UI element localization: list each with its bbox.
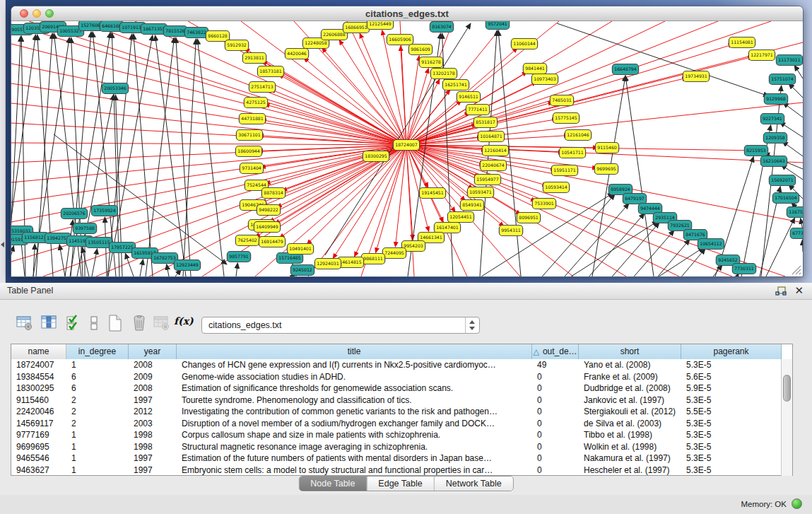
table-row[interactable]: 1830029562008Estimation of significance … [11,382,782,395]
panel-collapse-arrow-icon[interactable] [1,242,4,247]
network-canvas[interactable]: 9055724120355782069140610055327152760626… [11,21,803,276]
delete-table-icon[interactable] [153,314,171,332]
tab-node-table[interactable]: Node Table [299,477,366,491]
sort-ascending-icon: △ [533,347,543,356]
graph-node-label: 9146511 [459,94,478,99]
column-header-pagerank[interactable]: pagerank [681,344,782,359]
table-row[interactable]: 946554611997Estimation of the future num… [11,452,782,465]
graph-node-label: 15751074 [771,76,794,81]
graph-node-label: 7771411 [468,107,488,112]
graph-node-label: 13202178 [433,71,455,76]
combo-arrows-icon [465,317,479,333]
network-window-titlebar[interactable]: citations_edges.txt [11,6,803,21]
column-header-name[interactable]: name [11,344,66,359]
delete-rows-icon[interactable] [130,314,148,332]
table-cell: 18300295 [11,382,66,395]
graph-node-label: 9841441 [525,66,545,71]
graph-node-label: 11568121 [24,235,47,240]
graph-node-label: 15775145 [555,115,577,120]
column-header-label: title [348,346,361,356]
table-select-combo[interactable]: citations_edges.txt [201,317,480,334]
column-header-short[interactable]: short [579,344,681,359]
resize-grip-icon[interactable] [790,264,801,275]
graph-node-label: 15951171 [553,168,576,173]
graph-node-label: 9731404 [242,165,261,170]
graph-node-label: 14661341 [420,235,442,240]
table-header-row: namein_degreeyeartitle△ out_de…shortpage… [11,344,792,359]
graph-node-label: 16251741 [445,82,467,87]
status-bar: Memory: OK [0,495,812,514]
graph-node-label: 12161046 [567,132,589,137]
table-row[interactable]: 1456911722003Disruption of a novel membe… [11,418,782,430]
graph-node-label: 13942757 [47,235,69,240]
graph-node-label: 9474444 [640,206,660,211]
table-cell: 5.9E-5 [681,382,782,395]
graph-node-label: 2935114 [655,215,675,220]
graph-node-label: 16147401 [436,225,459,230]
tab-edge-table[interactable]: Edge Table [366,477,433,491]
table-cell: Investigating the contribution of common… [177,406,532,418]
graph-node-label: 16210643 [763,158,785,163]
table-cell: Embryonic stem cells: a model to study s… [177,465,532,477]
mdi-desktop: citations_edges.txt 90557241203557820691… [0,0,812,283]
table-row[interactable]: 1872400712008Changes of HCN gene express… [11,359,782,371]
graph-node-label: 8958924 [611,187,630,192]
tab-network-table[interactable]: Network Table [434,477,513,491]
graph-node-label: 12160414 [484,148,507,153]
table-select-value: citations_edges.txt [208,320,282,330]
table-cell: 5.5E-5 [681,406,782,418]
graph-node-label: 9699695 [596,166,616,171]
scrollbar-thumb[interactable] [783,375,791,402]
table-cell: Estimation of the future numbers of pati… [177,452,532,465]
table-row[interactable]: 946362711997Embryonic stem cells: a mode… [11,465,782,477]
graph-node-label: 15716485 [278,255,301,260]
graph-node-label: 11154081 [731,40,753,45]
table-cell: 0 [532,418,579,430]
column-header-in_degree[interactable]: in_degree [66,344,129,359]
graph-node-label: 9861609 [411,47,430,52]
table-row[interactable]: 1938455462009Genome-wide association stu… [11,371,782,383]
column-header-label: in_degree [78,346,116,356]
vertical-scrollbar[interactable] [781,359,792,476]
table-cell: Structural magnetic resonance image aver… [177,441,532,453]
unselect-all-icon[interactable] [85,314,103,332]
function-builder-icon[interactable]: f(x) [174,315,194,327]
network-graph[interactable]: 9055724120355782069140610055327152760626… [11,21,803,276]
graph-node-label: 8660128 [208,33,228,38]
table-row[interactable]: 911546021997Tourette syndrome. Phenomeno… [11,395,782,407]
table-cell: 9115460 [11,395,66,407]
table-cell: 2009 [129,371,177,383]
graph-node-label: 16671355 [143,26,165,31]
column-header-year[interactable]: year [129,344,177,359]
graph-node-label: 9245012 [293,267,312,272]
table-cell: 6 [66,371,129,383]
table-mode-icon[interactable] [16,314,34,332]
close-panel-icon[interactable]: ✕ [794,284,804,297]
float-panel-icon[interactable] [775,286,787,296]
table-row[interactable]: 2242004622012Investigating the contribut… [11,406,782,418]
table-cell: 0 [532,441,579,453]
graph-node-label: 12217971 [751,52,773,57]
graph-node-label: 4420046 [287,51,307,56]
table-cell: 9465546 [11,452,66,465]
table-row[interactable]: 977716911998Corpus callosum shape and si… [11,429,782,441]
column-header-label: out_de… [543,346,577,356]
select-all-icon[interactable] [65,314,83,332]
network-window[interactable]: citations_edges.txt 90557241203557820691… [11,6,804,277]
table-cell: 49 [532,359,579,371]
graph-node-label: 9857791 [229,254,249,259]
graph-node-label: 8549341 [462,202,482,207]
graph-node-label: 9129968 [766,96,786,101]
show-column-icon[interactable] [40,314,58,332]
graph-node-label: 9954311 [501,228,521,233]
table-cell: 5.3E-5 [681,429,782,441]
column-header-out_de[interactable]: △ out_de… [532,344,579,359]
table-cell: Genome-wide association studies in ADHD. [177,371,532,383]
graph-node-label: 10164871 [480,134,502,139]
graph-node-label: 18600944 [237,148,260,153]
new-table-icon[interactable] [106,314,124,332]
graph-node-label: 10541711 [561,150,584,155]
table-row[interactable]: 969969511998Structural magnetic resonanc… [11,441,782,453]
graph-node-label: 15954977 [476,177,499,182]
column-header-title[interactable]: title [177,344,532,359]
